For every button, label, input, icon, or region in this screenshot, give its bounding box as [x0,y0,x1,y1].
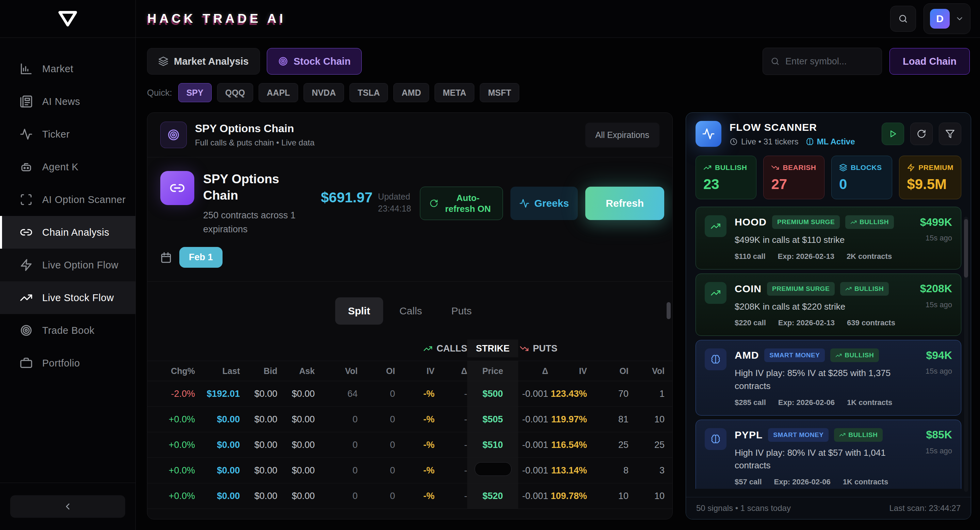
page-title: SPY Options Chain [195,122,314,135]
signal-expiration: Exp: 2026-02-06 [778,398,835,407]
bid-cell: $0.00 [240,381,277,406]
quick-chip-qqq[interactable]: QQQ [217,83,253,102]
signal-expiration: Exp: 2026-02-13 [778,252,834,261]
sidebar-collapse-button[interactable] [10,495,125,518]
scan-icon [20,193,33,206]
scanner-refresh-button[interactable] [910,123,933,145]
flow-scrollbar-thumb[interactable] [964,219,968,278]
quick-chip-msft[interactable]: MSFT [480,83,519,102]
put-delta-cell: -0.001 [518,432,548,457]
trending-down-icon [520,344,529,353]
ask-cell: $0.00 [277,483,315,509]
sidebar-item-market[interactable]: Market [0,53,135,85]
quick-chip-aapl[interactable]: AAPL [259,83,298,102]
symbol-input[interactable] [785,56,874,67]
sidebar-item-label: Agent K [42,161,79,173]
search-icon [770,57,780,66]
scanner-filter-button[interactable] [939,123,961,145]
signal-amount: $208K [920,283,952,295]
put-iv-cell: 109.78% [548,483,587,509]
sidebar-item-trade-book[interactable]: Trade Book [0,314,135,347]
flow-footer: 50 signals • 1 scans today Last scan: 23… [686,497,971,519]
clock-icon [730,137,738,146]
put-iv-cell: 123.43% [548,381,587,406]
sidebar-item-label: Chain Analysis [42,227,109,238]
chain-panel-icon-tile [160,121,187,148]
signal-direction-badge: BULLISH [840,282,889,296]
all-expirations-button[interactable]: All Expirations [585,123,659,147]
option-row-500[interactable]: -2.0%$192.01$0.00$0.00640-%-$500-0.00112… [147,381,672,407]
header-search-button[interactable] [890,6,916,32]
scanner-play-button[interactable] [882,123,904,145]
load-chain-button[interactable]: Load Chain [889,48,970,75]
put-oi-cell: 81 [587,407,628,432]
filter-icon [945,129,955,139]
sidebar-item-portfolio[interactable]: Portfolio [0,347,135,380]
signal-card-pypl[interactable]: PYPLSMART MONEYBULLISH$85KHigh IV play: … [695,420,961,489]
ask-cell: $0.00 [277,432,315,457]
triangle-logo-icon [58,11,77,27]
option-row-515[interactable]: +0.0%$0.00$0.00$0.0000-%-$515-0.001113.1… [147,458,672,483]
signal-timestamp: 15s ago [926,367,952,376]
option-row-520[interactable]: +0.0%$0.00$0.00$0.0000-%-$520-0.001109.7… [147,483,672,509]
put-oi-cell: 70 [587,381,628,406]
signal-card-coin[interactable]: COINPREMIUM SURGEBULLISH$208K$208K in ca… [695,273,961,336]
sidebar-item-ai-option-scanner[interactable]: AI Option Scanner [0,183,135,216]
trending-up-icon [835,352,842,359]
trending-up-icon [850,219,857,225]
chain-scrollbar-thumb[interactable] [667,302,671,319]
signal-card-amd[interactable]: AMDSMART MONEYBULLISH$94KHigh IV play: 8… [695,340,961,415]
auto-refresh-toggle[interactable]: Auto-refresh ON [420,187,503,220]
app-logo[interactable] [0,0,136,37]
app-root: HACK TRADE AI D MarketAI NewsTickerAgent… [0,0,980,530]
signal-card-hood[interactable]: HOODPREMIUM SURGEBULLISH$499K$499K in ca… [695,207,961,270]
chg-cell: +0.0% [157,458,195,483]
column-header-11: OI [587,361,628,381]
sidebar-item-label: Portfolio [42,358,80,369]
refresh-button[interactable]: Refresh [585,187,664,220]
option-row-510[interactable]: +0.0%$0.00$0.00$0.0000-%-$510-0.001116.5… [147,432,672,458]
vol-cell: 0 [315,432,358,457]
signal-expiration: Exp: 2026-02-13 [778,318,835,327]
signal-amount: $85K [926,428,953,441]
tab-stock-chain[interactable]: Stock Chain [267,48,362,75]
signal-tag-badge: PREMIUM SURGE [772,215,840,229]
options-chain-panel: SPY Options Chain Full calls & puts chai… [147,112,673,519]
quick-chip-tsla[interactable]: TSLA [350,83,388,102]
chain-actions: Auto-refresh ON Greeks Refresh [420,187,664,220]
puts-group-header: PUTS [518,340,665,357]
trending-up-icon [20,291,33,304]
layers-icon [839,163,847,172]
expiration-chip[interactable]: Feb 1 [179,247,223,268]
option-row-505[interactable]: +0.0%$0.00$0.00$0.0000-%-$505-0.001119.9… [147,407,672,432]
sidebar-item-live-option-flow[interactable]: Live Option Flow [0,249,135,281]
tab-split[interactable]: Split [335,297,383,325]
sidebar-item-ai-news[interactable]: AI News [0,85,135,118]
quick-chip-meta[interactable]: META [434,83,474,102]
signal-timestamp: 15s ago [926,447,952,455]
flow-status-row: Live • 31 tickers ML Active [730,137,855,147]
flow-status: Live • 31 tickers [741,137,798,147]
sidebar-item-label: AI News [42,96,80,107]
sidebar-item-chain-analysis[interactable]: Chain Analysis [0,216,135,249]
tab-puts[interactable]: Puts [438,297,485,325]
sidebar-item-live-stock-flow[interactable]: Live Stock Flow [0,281,135,314]
signal-icon-tile [705,428,727,450]
greeks-button[interactable]: Greeks [511,187,578,220]
quick-chip-nvda[interactable]: NVDA [304,83,344,102]
underlying-price: $691.97 [321,189,372,215]
put-vol-cell: 25 [628,432,665,457]
strike-group-header: STRIKE [467,340,518,357]
quick-chip-amd[interactable]: AMD [393,83,429,102]
zap-icon [20,259,33,271]
robot-icon [20,160,33,173]
sidebar-item-ticker[interactable]: Ticker [0,118,135,150]
quick-chip-spy[interactable]: SPY [178,83,212,102]
signal-tag-badge: PREMIUM SURGE [767,282,835,296]
tab-market-analysis[interactable]: Market Analysis [147,48,260,75]
tab-calls[interactable]: Calls [387,297,435,325]
user-menu[interactable]: D [924,3,970,34]
iv-cell: -% [395,483,434,509]
column-header-1: Last [195,361,240,381]
sidebar-item-agent-k[interactable]: Agent K [0,150,135,183]
